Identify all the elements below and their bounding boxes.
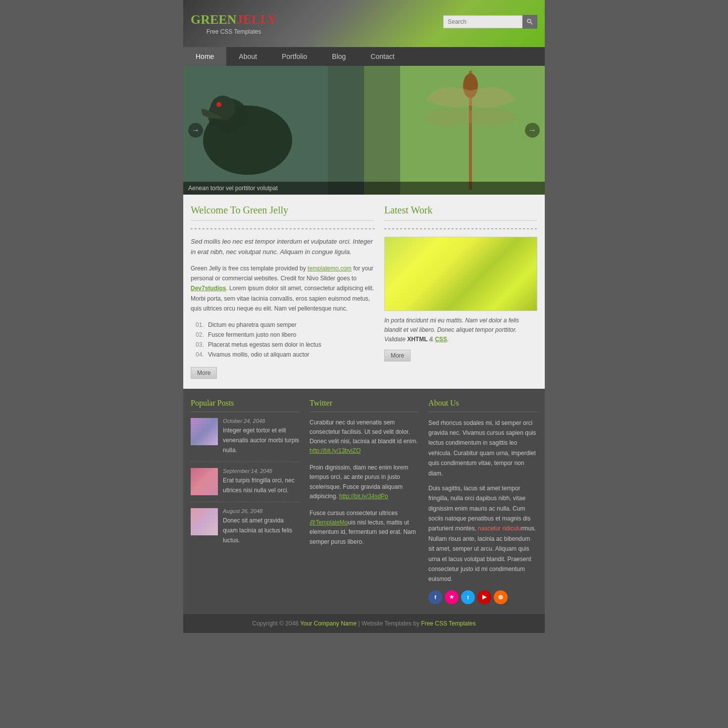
welcome-section: Welcome To Green Jelly Sed mollis leo ne…	[191, 205, 374, 379]
nav-blog[interactable]: Blog	[319, 47, 358, 66]
tweet-2: Proin dignissim, diam nec enim lorem tem…	[310, 463, 418, 501]
slider: → → Aenean tortor vel porttitor volutpat	[183, 66, 545, 195]
nav-contact[interactable]: Contact	[358, 47, 407, 66]
nav-portfolio[interactable]: Portfolio	[269, 47, 319, 66]
search-area	[443, 15, 537, 29]
post-thumbnail	[191, 418, 218, 445]
post-text: Donec sit amet gravida quam lacinia at l…	[223, 516, 300, 546]
about-us-para2: Duis sagittis, lacus sit amet tempor fri…	[428, 483, 537, 584]
nav-home[interactable]: Home	[183, 47, 226, 66]
templatemo-link[interactable]: templatemo.com	[308, 265, 352, 272]
social-icons: f ★ t ▶ ◍	[428, 590, 537, 604]
logo-green: GREEN	[191, 12, 236, 27]
slider-bird	[198, 76, 317, 185]
nav-about[interactable]: About	[226, 47, 269, 66]
header: GREENJELLY Free CSS Templates	[183, 0, 545, 47]
search-button[interactable]	[522, 15, 537, 29]
facebook-icon[interactable]: f	[428, 590, 442, 604]
slider-caption: Aenean tortor vel porttitor volutpat	[183, 182, 545, 195]
post-info: August 26, 2048 Donec sit amet gravida q…	[223, 508, 300, 546]
twitter-title: Twitter	[310, 399, 418, 412]
logo-jelly: JELLY	[236, 12, 276, 27]
logo-tagline: Free CSS Templates	[191, 28, 277, 35]
youtube-icon[interactable]: ▶	[477, 590, 491, 604]
post-date: August 26, 2048	[223, 508, 300, 514]
css-link[interactable]: CSS	[435, 336, 447, 343]
latest-work-image	[384, 237, 537, 311]
slider-dragonfly	[421, 71, 520, 190]
about-us-link[interactable]: nascetur ridiculu	[478, 525, 521, 532]
bottom-footer: Copyright © 2048 Your Company Name | Web…	[183, 614, 545, 633]
post-text: Erat turpis fringilla orci, nec ultrices…	[223, 475, 300, 496]
tweet-handle[interactable]: @TemplateMo	[310, 519, 348, 526]
popular-posts-section: Popular Posts October 24, 2048 Integer e…	[191, 399, 300, 604]
twitter-section: Twitter Curabitur nec dui venenatis sem …	[310, 399, 418, 604]
about-us-section: About Us Sed rhoncus sodales mi, id semp…	[428, 399, 537, 604]
logo: GREENJELLY Free CSS Templates	[191, 12, 277, 35]
popular-posts-title: Popular Posts	[191, 399, 300, 412]
slider-next-button[interactable]: →	[525, 123, 540, 138]
about-us-para1: Sed rhoncus sodales mi, id semper orci g…	[428, 418, 537, 478]
post-info: October 24, 2048 Integer eget tortor et …	[223, 418, 300, 456]
flickr-icon[interactable]: ★	[445, 590, 459, 604]
post-item: October 24, 2048 Integer eget tortor et …	[191, 418, 300, 462]
svg-point-5	[216, 102, 221, 107]
twitter-icon[interactable]: t	[461, 590, 475, 604]
post-info: September 14, 2048 Erat turpis fringilla…	[223, 468, 300, 496]
svg-line-1	[530, 22, 532, 24]
post-item: August 26, 2048 Donec sit amet gravida q…	[191, 508, 300, 552]
post-thumbnail	[191, 508, 218, 535]
dev7studios-link[interactable]: Dev7studios	[191, 285, 226, 292]
post-date: September 14, 2048	[223, 468, 300, 474]
title-divider	[191, 228, 374, 229]
tweet-link-2[interactable]: http://bit.ly/34sdPo	[339, 493, 388, 500]
post-text: Integer eget tortor et elit venenatis au…	[223, 425, 300, 456]
post-date: October 24, 2048	[223, 418, 300, 424]
latest-work-desc: In porta tincidunt mi eu mattis. Nam vel…	[384, 316, 537, 345]
svg-point-0	[527, 19, 531, 23]
welcome-list: 01. Dictum eu pharetra quam semper 02. F…	[191, 320, 374, 360]
footer-columns: Popular Posts October 24, 2048 Integer e…	[183, 389, 545, 614]
rss-icon[interactable]: ◍	[494, 590, 508, 604]
free-css-templates-link[interactable]: Free CSS Templates	[421, 620, 476, 627]
tweet-1: Curabitur nec dui venenatis sem consecte…	[310, 418, 418, 456]
welcome-more-button[interactable]: More	[191, 367, 217, 379]
latest-work-section: Latest Work In porta tincidunt mi eu mat…	[384, 205, 537, 379]
navigation: Home About Portfolio Blog Contact	[183, 47, 545, 66]
post-thumbnail	[191, 468, 218, 495]
main-content: Welcome To Green Jelly Sed mollis leo ne…	[183, 195, 545, 389]
latest-work-more-button[interactable]: More	[384, 350, 411, 362]
list-item: 04. Vivamus mollis, odio ut aliquam auct…	[196, 350, 374, 360]
latest-work-title: Latest Work	[384, 205, 537, 221]
welcome-intro: Sed mollis leo nec est tempor interdum e…	[191, 237, 374, 258]
slider-prev-button[interactable]: →	[188, 123, 203, 138]
company-link[interactable]: Your Company Name	[300, 620, 357, 627]
search-icon	[526, 18, 533, 25]
latest-title-divider	[384, 228, 537, 229]
list-item: 03. Placerat metus egestas sem dolor in …	[196, 340, 374, 350]
tweet-link-1[interactable]: http://bit.ly/13bviZO	[310, 447, 361, 454]
list-item: 01. Dictum eu pharetra quam semper	[196, 320, 374, 330]
post-item: September 14, 2048 Erat turpis fringilla…	[191, 468, 300, 502]
welcome-body: Green Jelly is free css template provide…	[191, 263, 374, 314]
list-item: 02. Fusce fermentum justo non libero	[196, 330, 374, 340]
welcome-title: Welcome To Green Jelly	[191, 205, 374, 221]
tweet-3: Fusce cursus consectetur ultrices @Templ…	[310, 509, 418, 547]
slider-overlap	[328, 66, 400, 195]
about-us-title: About Us	[428, 399, 537, 412]
search-input[interactable]	[443, 15, 522, 28]
